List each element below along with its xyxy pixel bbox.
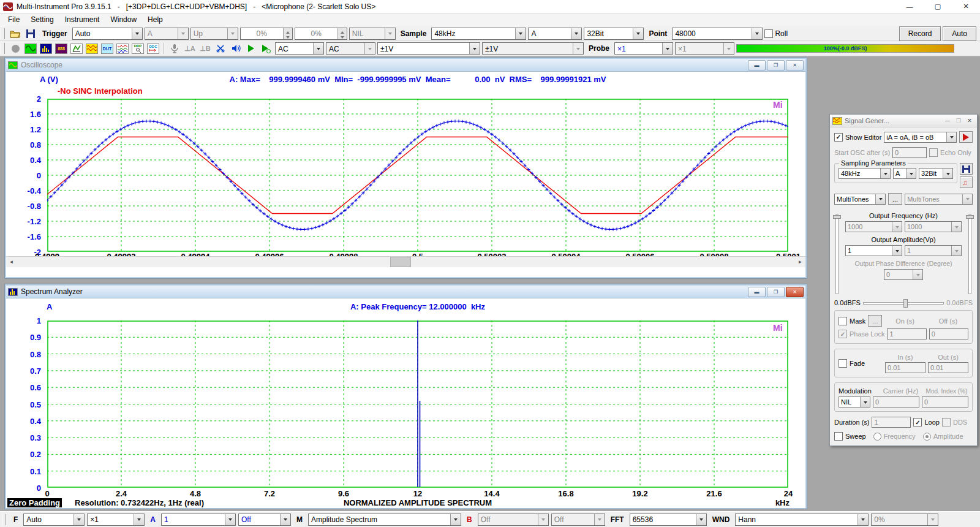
- derived-data-point-icon[interactable]: DDP: [131, 42, 145, 55]
- horizontal-scrollbar[interactable]: ◄ ►: [6, 256, 805, 267]
- run-icon[interactable]: [244, 42, 258, 55]
- titlebar[interactable]: Multi-Instrument Pro 3.9.15.1 - [+3DP+DL…: [0, 0, 980, 13]
- sample-bits-select[interactable]: 32Bit: [584, 28, 644, 40]
- analysis-mode-select[interactable]: Amplitude Spectrum: [308, 514, 461, 526]
- auto-scale-button[interactable]: Auto: [943, 26, 976, 41]
- oscilloscope-titlebar[interactable]: Oscilloscope ▬ ❐ ✕: [6, 59, 805, 72]
- close-icon[interactable]: ✕: [965, 116, 974, 125]
- menu-file[interactable]: File: [2, 13, 25, 26]
- generator-bits-select[interactable]: 32Bit: [919, 168, 953, 179]
- probe-a-select[interactable]: ×1: [614, 42, 673, 55]
- window-function-select[interactable]: Hann: [735, 514, 869, 526]
- multitones-editor-button[interactable]: ...: [888, 193, 902, 205]
- phase-difference-label: Output Phase Difference (Degree): [845, 260, 962, 267]
- sweep-checkbox[interactable]: [834, 432, 843, 441]
- device-test-plan-icon[interactable]: DUT: [100, 42, 114, 55]
- microphone-icon[interactable]: [168, 42, 181, 55]
- scroll-left-icon[interactable]: ◄: [6, 257, 17, 267]
- x-axis-ticks: 02.44.87.29.61214.416.819.221.624: [47, 489, 788, 497]
- menu-window[interactable]: Window: [105, 13, 142, 26]
- spectrum-titlebar[interactable]: Spectrum Analyzer ▬ ❐ ✕: [6, 286, 805, 298]
- trigger-delay-spinner[interactable]: 0%: [295, 28, 347, 40]
- zero-padding-badge[interactable]: Zero Padding: [7, 498, 62, 507]
- music-notes-icon[interactable]: ♫: [960, 176, 973, 188]
- chevron-down-icon: [385, 28, 395, 39]
- fade-checkbox[interactable]: [839, 359, 847, 368]
- signal-generator-icon[interactable]: [85, 42, 99, 55]
- show-editor-label: Show Editor: [845, 134, 881, 141]
- routing-select[interactable]: iA = oA, iB = oB: [884, 132, 957, 143]
- points-select[interactable]: 48000: [672, 28, 763, 40]
- minimize-icon[interactable]: —: [895, 0, 924, 13]
- amplitude-a-select[interactable]: 1: [845, 245, 902, 256]
- probe-label: Probe: [586, 44, 612, 53]
- maximize-icon[interactable]: ▢: [924, 0, 952, 13]
- modulation-type-select[interactable]: NIL: [839, 396, 870, 408]
- speaker-icon[interactable]: [229, 42, 243, 55]
- range-a-select[interactable]: ±1V: [377, 42, 480, 55]
- run-loop-icon[interactable]: [260, 42, 273, 55]
- ddc-icon[interactable]: DDC: [146, 42, 160, 55]
- multimeter-icon[interactable]: 888: [55, 42, 68, 55]
- loop-checkbox[interactable]: ✓: [913, 418, 922, 427]
- slider-thumb[interactable]: [833, 215, 841, 219]
- scroll-right-icon[interactable]: ►: [795, 257, 805, 267]
- balance-slider[interactable]: [863, 299, 944, 306]
- chevron-down-icon: [962, 194, 972, 204]
- compensation-a-select[interactable]: Off: [238, 514, 291, 526]
- probe-calibration-icon[interactable]: [214, 42, 227, 55]
- minimize-icon[interactable]: ▬: [748, 287, 766, 297]
- close-icon[interactable]: ✕: [952, 0, 980, 13]
- oscilloscope-panel: A (V) A: Max= 999.9999460 mV MIn= -999.9…: [6, 72, 805, 267]
- spectrum-view-label: NORMALIZED AMPLITUDE SPECTRUM: [344, 498, 492, 507]
- close-icon[interactable]: ✕: [786, 60, 804, 70]
- trigger-mode-select[interactable]: Auto: [72, 28, 143, 40]
- generator-sample-rate-select[interactable]: 48kHz: [839, 168, 891, 179]
- sample-rate-select[interactable]: 48kHz: [431, 28, 526, 40]
- frequency-axis-select[interactable]: Auto: [23, 514, 85, 526]
- trigger-level-spinner[interactable]: 0%: [240, 28, 293, 40]
- fft-size-select[interactable]: 65536: [630, 514, 707, 526]
- record-button[interactable]: Record: [899, 26, 941, 41]
- show-editor-checkbox[interactable]: ✓: [834, 133, 843, 142]
- oscilloscope-icon[interactable]: [24, 42, 37, 55]
- scrollbar-thumb[interactable]: [390, 257, 411, 267]
- restore-icon[interactable]: ❐: [767, 287, 785, 297]
- toolbar-grip[interactable]: [2, 514, 6, 525]
- close-icon[interactable]: ✕: [786, 287, 804, 297]
- save-signal-icon[interactable]: [960, 163, 973, 175]
- generator-channel-select[interactable]: A: [893, 168, 916, 179]
- gain-a-select[interactable]: 1: [161, 514, 236, 526]
- minimize-icon[interactable]: —: [943, 116, 952, 125]
- sample-channel-select[interactable]: A: [528, 28, 582, 40]
- open-file-icon[interactable]: [9, 28, 22, 40]
- mask-checkbox[interactable]: [839, 317, 847, 325]
- menu-setting[interactable]: Setting: [25, 13, 59, 26]
- menu-instrument[interactable]: Instrument: [59, 13, 105, 26]
- overlap-select: 0%: [871, 514, 938, 526]
- menu-help[interactable]: Help: [142, 13, 168, 26]
- coupling-a-select[interactable]: AC: [275, 42, 324, 55]
- restore-icon[interactable]: ❐: [767, 60, 785, 70]
- record-indicator-icon[interactable]: [9, 42, 22, 55]
- waveform-a-select[interactable]: MultiTones: [834, 194, 886, 205]
- spectrum-analyzer-icon[interactable]: [39, 42, 53, 55]
- toolbar-grip[interactable]: [1, 28, 5, 39]
- roll-checkbox[interactable]: [764, 29, 773, 38]
- mask-label: Mask: [850, 317, 865, 325]
- sweep-label: Sweep: [845, 433, 866, 440]
- waveform-b-select: MultiTones: [905, 194, 973, 205]
- save-file-icon[interactable]: [24, 28, 37, 40]
- slider-thumb[interactable]: [903, 299, 908, 308]
- generator-run-button[interactable]: [959, 131, 973, 143]
- output-b-slider[interactable]: [968, 214, 971, 294]
- output-a-slider[interactable]: [835, 214, 839, 294]
- slider-thumb[interactable]: [966, 215, 974, 219]
- spectrum-3d-plot-icon[interactable]: [70, 42, 83, 55]
- chevron-down-icon: [723, 43, 734, 54]
- derived-data-curves-icon[interactable]: [116, 42, 129, 55]
- signal-generator-titlebar[interactable]: Signal Gener... — ❐ ✕: [830, 115, 977, 127]
- toolbar-grip[interactable]: [1, 43, 5, 54]
- frequency-multiplier-select[interactable]: ×1: [87, 514, 145, 526]
- minimize-icon[interactable]: ▬: [748, 60, 766, 70]
